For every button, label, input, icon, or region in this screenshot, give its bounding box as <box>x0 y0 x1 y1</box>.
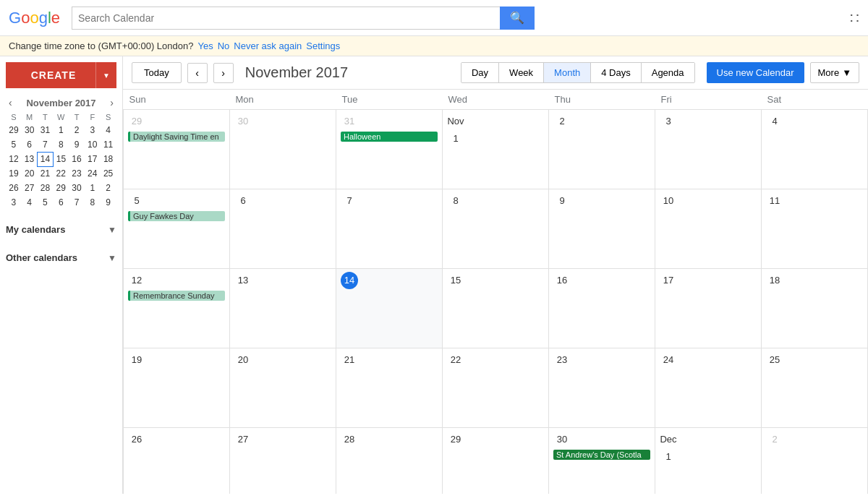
calendar-day-cell[interactable]: 25 <box>762 348 868 428</box>
mini-cal-day[interactable]: 1 <box>85 181 101 195</box>
mini-cal-day[interactable]: 26 <box>6 181 22 195</box>
calendar-day-cell[interactable]: 31Halloween <box>336 110 443 189</box>
event-chip[interactable]: Halloween <box>341 132 438 142</box>
day-number[interactable]: 13 <box>234 272 252 289</box>
day-number[interactable]: 24 <box>660 351 677 369</box>
calendar-day-cell[interactable]: 10 <box>655 189 762 269</box>
mini-cal-day[interactable]: 6 <box>53 195 69 210</box>
calendar-day-cell[interactable]: 29Daylight Saving Time en <box>124 110 230 189</box>
mini-cal-day[interactable]: 3 <box>6 195 22 210</box>
mini-cal-day[interactable]: 1 <box>53 123 69 137</box>
mini-cal-day[interactable]: 20 <box>22 166 38 181</box>
day-number[interactable]: 19 <box>128 351 145 369</box>
my-calendars-header[interactable]: My calendars ▼ <box>6 221 116 238</box>
more-button[interactable]: More ▼ <box>810 62 860 83</box>
use-new-calendar-button[interactable]: Use new Calendar <box>707 62 804 83</box>
day-number[interactable]: 26 <box>128 431 145 448</box>
mini-next-btn[interactable]: › <box>107 97 116 108</box>
calendar-day-cell[interactable]: 30 <box>230 110 336 189</box>
today-button[interactable]: Today <box>132 62 182 83</box>
day-number[interactable]: 22 <box>447 351 464 369</box>
calendar-day-cell[interactable]: 19 <box>124 348 230 428</box>
calendar-day-cell[interactable]: 5Guy Fawkes Day <box>124 189 230 269</box>
day-number[interactable]: 2 <box>553 113 571 130</box>
mini-cal-day[interactable]: 23 <box>69 166 85 181</box>
day-number[interactable]: 18 <box>766 272 783 289</box>
calendar-day-cell[interactable]: 21 <box>336 348 443 428</box>
mini-prev-btn[interactable]: ‹ <box>6 97 15 108</box>
mini-cal-day[interactable]: 30 <box>22 123 38 137</box>
mini-cal-day[interactable]: 14 <box>38 152 54 166</box>
timezone-never[interactable]: Never ask again <box>234 40 302 51</box>
day-number[interactable]: 23 <box>553 351 571 369</box>
mini-cal-day[interactable]: 16 <box>69 152 85 166</box>
mini-cal-day[interactable]: 15 <box>53 152 69 166</box>
mini-cal-day[interactable]: 10 <box>85 137 101 152</box>
create-button[interactable]: CREATE ▼ <box>6 62 116 88</box>
mini-cal-day[interactable]: 8 <box>53 137 69 152</box>
mini-cal-day[interactable]: 31 <box>38 123 54 137</box>
mini-cal-day[interactable]: 27 <box>22 181 38 195</box>
mini-cal-day[interactable]: 25 <box>101 166 116 181</box>
day-number[interactable]: Nov 1 <box>447 113 464 130</box>
mini-cal-day[interactable]: 17 <box>85 152 101 166</box>
calendar-day-cell[interactable]: 2 <box>762 428 868 494</box>
search-button[interactable]: 🔍 <box>500 7 535 30</box>
calendar-day-cell[interactable]: 29 <box>443 428 549 494</box>
calendar-day-cell[interactable]: 22 <box>443 348 549 428</box>
mini-cal-day[interactable]: 28 <box>38 181 54 195</box>
mini-cal-day[interactable]: 11 <box>101 137 116 152</box>
view-agenda[interactable]: Agenda <box>642 63 694 82</box>
calendar-day-cell[interactable]: 16 <box>549 269 655 348</box>
day-number[interactable]: 29 <box>128 113 145 130</box>
event-chip[interactable]: Remembrance Sunday <box>128 291 225 301</box>
prev-month-button[interactable]: ‹ <box>187 63 208 83</box>
mini-cal-day[interactable]: 19 <box>6 166 22 181</box>
day-number[interactable]: 7 <box>341 192 358 210</box>
mini-cal-day[interactable]: 2 <box>101 181 116 195</box>
day-number[interactable]: 15 <box>447 272 464 289</box>
day-number[interactable]: 5 <box>128 192 145 210</box>
day-number[interactable]: 9 <box>553 192 571 210</box>
calendar-day-cell[interactable]: Nov 1 <box>443 110 549 189</box>
mini-cal-day[interactable]: 3 <box>85 123 101 137</box>
view-month[interactable]: Month <box>544 63 591 82</box>
view-day[interactable]: Day <box>461 63 499 82</box>
calendar-day-cell[interactable]: 7 <box>336 189 443 269</box>
next-month-button[interactable]: › <box>213 63 234 83</box>
calendar-day-cell[interactable]: 2 <box>549 110 655 189</box>
mini-cal-day[interactable]: 29 <box>53 181 69 195</box>
calendar-day-cell[interactable]: 13 <box>230 269 336 348</box>
day-number[interactable]: 2 <box>766 431 783 448</box>
calendar-day-cell[interactable]: 18 <box>762 269 868 348</box>
mini-cal-day[interactable]: 2 <box>69 123 85 137</box>
mini-cal-day[interactable]: 12 <box>6 152 22 166</box>
mini-cal-day[interactable]: 5 <box>6 137 22 152</box>
day-number[interactable]: 11 <box>766 192 783 210</box>
mini-cal-day[interactable]: 30 <box>69 181 85 195</box>
event-chip[interactable]: St Andrew's Day (Scotla <box>553 450 650 460</box>
calendar-day-cell[interactable]: 14 <box>336 269 443 348</box>
day-number[interactable]: 16 <box>553 272 571 289</box>
day-number[interactable]: 28 <box>341 431 358 448</box>
calendar-day-cell[interactable]: 28 <box>336 428 443 494</box>
calendar-day-cell[interactable]: 6 <box>230 189 336 269</box>
mini-cal-day[interactable]: 22 <box>53 166 69 181</box>
day-number[interactable]: 12 <box>128 272 145 289</box>
calendar-day-cell[interactable]: 15 <box>443 269 549 348</box>
search-input[interactable] <box>72 7 500 30</box>
calendar-day-cell[interactable]: 20 <box>230 348 336 428</box>
day-number[interactable]: 10 <box>660 192 677 210</box>
calendar-day-cell[interactable]: 11 <box>762 189 868 269</box>
other-calendars-header[interactable]: Other calendars ▼ <box>6 249 116 266</box>
calendar-day-cell[interactable]: 30St Andrew's Day (Scotla <box>549 428 655 494</box>
day-number[interactable]: 6 <box>234 192 252 210</box>
day-number[interactable]: 4 <box>766 113 783 130</box>
mini-cal-day[interactable]: 4 <box>101 123 116 137</box>
mini-cal-day[interactable]: 13 <box>22 152 38 166</box>
day-number[interactable]: 25 <box>766 351 783 369</box>
day-number[interactable]: 30 <box>553 431 571 448</box>
calendar-day-cell[interactable]: 26 <box>124 428 230 494</box>
day-number[interactable]: 31 <box>341 113 358 130</box>
calendar-day-cell[interactable]: 9 <box>549 189 655 269</box>
